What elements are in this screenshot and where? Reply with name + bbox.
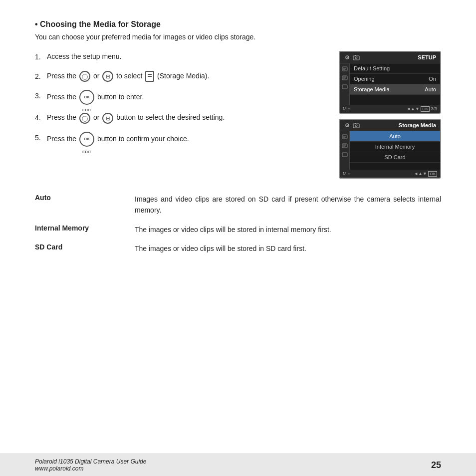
camera-icon xyxy=(353,54,360,60)
gear-icon-2 xyxy=(344,122,351,129)
step-5: 5. Press the OKEDIT button to confirm yo… xyxy=(35,132,324,147)
svg-rect-12 xyxy=(342,85,347,89)
page-content: • Choosing the Media for Storage You can… xyxy=(0,0,476,277)
page-number: 25 xyxy=(431,460,441,471)
storage-item-auto: Auto xyxy=(350,131,440,142)
footer-line1: Polaroid i1035 Digital Camera User Guide xyxy=(35,458,146,465)
setup-empty-space xyxy=(350,95,440,105)
footer-line2: www.polaroid.com xyxy=(35,465,146,472)
header-icons xyxy=(344,54,360,61)
svg-point-14 xyxy=(347,125,348,126)
setup-screen-header: SETUP xyxy=(340,52,440,63)
def-desc-sdcard: The images or video clips will be stored… xyxy=(135,243,441,254)
next-icon: ⊟ xyxy=(102,71,113,82)
sidebar-icon-3 xyxy=(342,84,348,89)
setup-item-storage: Storage Media Auto xyxy=(350,84,440,95)
step-3: 3. Press the OKEDIT button to enter. xyxy=(35,90,324,105)
def-term-auto: Auto xyxy=(35,194,135,202)
step-1-num: 1. xyxy=(35,51,47,63)
storage-screen-title: Storage Media xyxy=(399,122,436,128)
storage-footer-right: ◄▲▼ OK xyxy=(414,171,437,176)
step-5-num: 5. xyxy=(35,132,47,144)
svg-point-3 xyxy=(355,57,357,59)
steps-list: 1. Access the setup menu. 2. Press the ◯… xyxy=(35,51,324,147)
instructions: 1. Access the setup menu. 2. Press the ◯… xyxy=(35,51,324,154)
footer-left: M ⌂ xyxy=(343,106,350,111)
setup-screen-footer: M ⌂ ◄▲▼ OK 3/3 xyxy=(340,105,440,113)
storage-header-icons xyxy=(344,122,360,129)
page-footer: Polaroid i1035 Digital Camera User Guide… xyxy=(0,454,476,476)
def-auto: Auto Images and video clips are stored o… xyxy=(35,194,441,216)
setup-screen-title: SETUP xyxy=(418,54,436,60)
storage-empty-space xyxy=(350,163,440,170)
svg-rect-4 xyxy=(355,55,356,56)
step-3-text: Press the OKEDIT button to enter. xyxy=(47,90,324,105)
svg-rect-15 xyxy=(353,124,359,128)
sidebar-icon-2 xyxy=(342,75,348,80)
step-1: 1. Access the setup menu. xyxy=(35,51,324,63)
prev-icon: ◯ xyxy=(79,71,90,82)
svg-point-16 xyxy=(355,125,357,127)
def-desc-auto: Images and video clips are stored on SD … xyxy=(135,194,441,216)
camera-icon-2 xyxy=(353,122,360,128)
svg-rect-5 xyxy=(342,67,347,71)
storage-sidebar-icon-1 xyxy=(342,134,348,139)
svg-rect-18 xyxy=(342,135,347,139)
step-2-num: 2. xyxy=(35,70,47,83)
prev-icon-2: ◯ xyxy=(79,113,90,124)
def-term-internal: Internal Memory xyxy=(35,224,135,232)
footer-text: Polaroid i1035 Digital Camera User Guide… xyxy=(35,458,146,472)
ok-icon-2: OKEDIT xyxy=(79,132,94,147)
section-subtitle: You can choose your preferred media for … xyxy=(35,33,441,41)
storage-sidebar-icon-2 xyxy=(342,143,348,148)
storage-item-internal: Internal Memory xyxy=(350,142,440,152)
def-sdcard: SD Card The images or video clips will b… xyxy=(35,243,441,254)
gear-icon xyxy=(344,54,351,61)
step-5-text: Press the OKEDIT button to confirm your … xyxy=(47,132,324,147)
step-2: 2. Press the ◯ or ⊟ to select (Storage M… xyxy=(35,70,324,83)
def-desc-internal: The images or video clips will be stored… xyxy=(135,224,441,235)
storage-menu-items: Auto Internal Memory SD Card xyxy=(350,131,440,170)
storage-item-sd: SD Card xyxy=(350,152,440,163)
camera-screens: SETUP xyxy=(339,51,441,179)
svg-rect-2 xyxy=(353,56,359,60)
setup-screen: SETUP xyxy=(339,51,441,114)
setup-screen-body: Default Setting Opening On Storage Media… xyxy=(340,63,440,105)
step-1-text: Access the setup menu. xyxy=(47,51,324,62)
footer-right: ◄▲▼ OK 3/3 xyxy=(406,106,437,111)
step-4-text: Press the ◯ or ⊟ button to select the de… xyxy=(47,112,324,123)
storage-icon xyxy=(145,71,154,82)
svg-point-1 xyxy=(347,57,348,58)
definitions-section: Auto Images and video clips are stored o… xyxy=(35,194,441,254)
svg-rect-25 xyxy=(342,153,347,157)
svg-rect-17 xyxy=(355,123,356,124)
step-4-num: 4. xyxy=(35,112,47,124)
setup-item-default: Default Setting xyxy=(350,63,440,74)
def-term-sdcard: SD Card xyxy=(35,243,135,251)
setup-menu-items: Default Setting Opening On Storage Media… xyxy=(350,63,440,105)
setup-item-opening: Opening On xyxy=(350,74,440,84)
def-internal: Internal Memory The images or video clip… xyxy=(35,224,441,235)
storage-footer-left: M ⌂ xyxy=(343,171,350,176)
setup-sidebar xyxy=(340,63,350,105)
ok-icon: OKEDIT xyxy=(79,90,94,105)
section-title: • Choosing the Media for Storage xyxy=(35,20,441,29)
sidebar-icon-1 xyxy=(342,66,348,71)
storage-media-screen: Storage Media xyxy=(339,119,441,179)
step-4: 4. Press the ◯ or ⊟ button to select the… xyxy=(35,112,324,124)
storage-screen-body: Auto Internal Memory SD Card xyxy=(340,131,440,170)
storage-sidebar xyxy=(340,131,350,170)
storage-sidebar-icon-3 xyxy=(342,152,348,157)
next-icon-2: ⊟ xyxy=(102,113,113,124)
storage-screen-footer: M ⌂ ◄▲▼ OK xyxy=(340,170,440,178)
step-3-num: 3. xyxy=(35,90,47,102)
step-2-text: Press the ◯ or ⊟ to select (Storage Medi… xyxy=(47,70,324,82)
storage-screen-header: Storage Media xyxy=(340,120,440,131)
two-column-layout: 1. Access the setup menu. 2. Press the ◯… xyxy=(35,51,441,179)
